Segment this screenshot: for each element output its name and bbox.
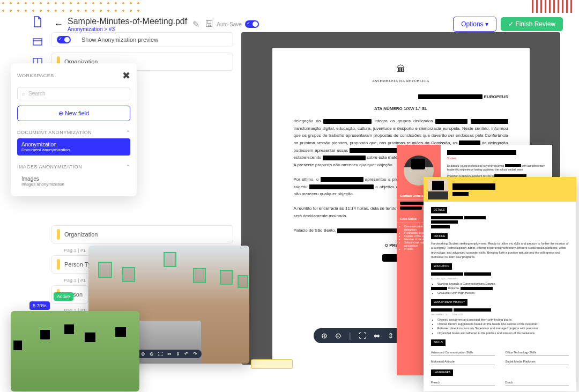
item-images[interactable]: Images Images anonymization	[17, 173, 130, 190]
save-icon[interactable]: 🖫	[205, 19, 213, 29]
percent-badge: 5.70%	[29, 301, 50, 310]
height-icon[interactable]: ⇕	[176, 351, 180, 357]
cv2-profile-h: PROFILE	[431, 233, 448, 240]
cv2-details-h: DETAILS	[431, 207, 447, 213]
search-icon: ⌕	[22, 91, 25, 97]
section-doc-anon: DOCUMENT ANONYMIZATION	[17, 130, 92, 135]
workspaces-title: WORKSPACES	[17, 73, 54, 78]
building-icon: 🏛	[294, 62, 508, 76]
header: ← Sample-Minutes-of-Meeting.pdf Anonymiz…	[27, 13, 563, 35]
breadcrumb[interactable]: Anonymization > #3	[68, 26, 187, 32]
zoom-in-icon[interactable]: ⊕	[321, 331, 328, 340]
chevron-up-icon[interactable]: ⌃	[126, 164, 131, 169]
width-icon[interactable]: ⇔	[374, 331, 380, 340]
photo-toolbar: ⊕ ⊖ ⛶ ⇔ ⇕ ↶ ↷	[137, 350, 202, 358]
workspaces-popover: WORKSPACES ✖ ⌕ Search ⊕ New field DOCUME…	[11, 63, 137, 196]
close-icon[interactable]: ✖	[122, 70, 131, 82]
entity-organization[interactable]: Organization	[51, 225, 233, 243]
edit-icon[interactable]: ✎	[192, 19, 199, 29]
height-icon[interactable]: ⇕	[388, 331, 394, 340]
autosave-toggle[interactable]	[245, 20, 259, 28]
options-button[interactable]: Options ▾	[453, 17, 496, 32]
preview-toggle-row: Show Anonymization preview	[51, 32, 233, 47]
institution-label: ASSEMBLEIA DA REPÚBLICA	[294, 78, 508, 85]
cv2-skills-h: SKILLS	[431, 339, 446, 346]
rotate-left-icon[interactable]: ↶	[184, 351, 189, 357]
ata-title: ATA NÚMERO 1/XV/ 1.ª SL	[294, 105, 508, 113]
preview-toggle[interactable]	[57, 36, 71, 43]
autosave-label: Auto-Save	[217, 21, 242, 27]
kids-photo	[11, 311, 139, 391]
new-field-button[interactable]: ⊕ New field	[17, 106, 130, 121]
fit-icon[interactable]: ⛶	[158, 351, 163, 357]
back-icon[interactable]: ←	[54, 19, 63, 30]
ruler-decoration	[251, 359, 293, 369]
item-anonymization[interactable]: Anonymization Document anonymization	[17, 138, 130, 156]
section-img-anon: IMAGES ANONYMIZATION	[17, 164, 82, 169]
cv1-role: Student	[447, 157, 546, 161]
svg-rect-0	[33, 39, 42, 45]
zoom-out-icon[interactable]: ⊖	[335, 331, 342, 340]
preview-label: Show Anonymization preview	[81, 36, 158, 43]
cv2-profile-text: Hardworking Student seeking employment. …	[431, 241, 569, 259]
finish-review-button[interactable]: ✓ Finish Review	[501, 17, 563, 31]
cv2-lang-h: LANGUAGES	[431, 369, 453, 376]
cv2-emp-h: EMPLOYMENT HISTORY	[431, 299, 467, 306]
fit-icon[interactable]: ⛶	[359, 331, 366, 340]
chevron-up-icon[interactable]: ⌃	[126, 130, 131, 135]
search-input[interactable]: ⌕ Search	[17, 87, 130, 100]
zoom-in-icon[interactable]: ⊕	[141, 351, 145, 357]
cv-overlay-2: DETAILS PROFILE Hardworking Student seek…	[424, 177, 576, 391]
cv2-edu-h: EDUCATION	[431, 263, 452, 270]
avatar	[428, 179, 448, 199]
width-icon[interactable]: ⇔	[167, 351, 172, 357]
doc-title: Sample-Minutes-of-Meeting.pdf	[68, 17, 187, 26]
rotate-right-icon[interactable]: ↷	[193, 351, 197, 357]
active-badge: Active	[54, 292, 73, 301]
zoom-out-icon[interactable]: ⊖	[150, 351, 154, 357]
panel-icon[interactable]	[32, 36, 43, 48]
